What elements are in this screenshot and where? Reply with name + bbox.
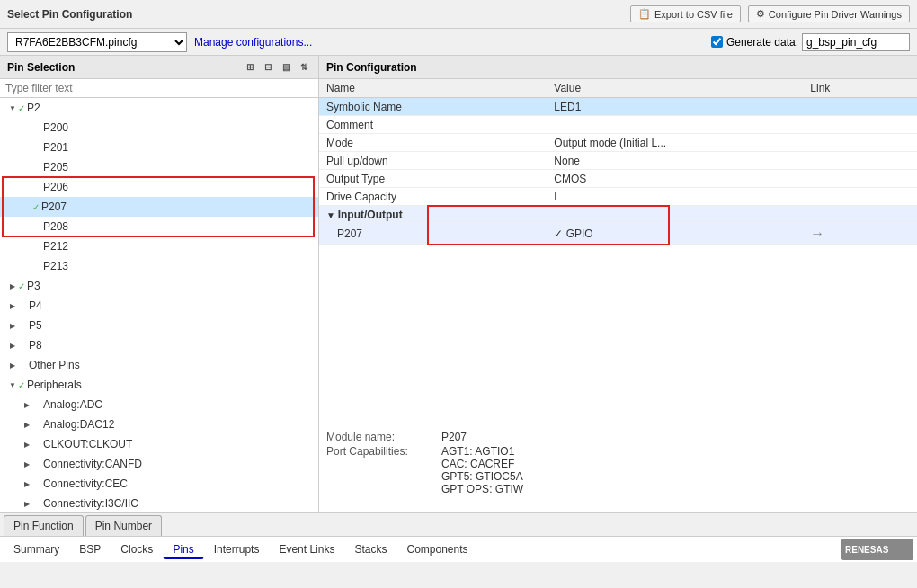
tree-item[interactable]: P213 [0, 256, 318, 276]
generate-data-input[interactable] [802, 33, 910, 51]
pin-selection-title: Pin Selection [7, 61, 75, 74]
tree-item-label: P208 [43, 220, 68, 233]
tab-pin-function[interactable]: Pin Function [4, 515, 84, 536]
tab-event-links[interactable]: Event Links [269, 540, 344, 558]
config-value-cell[interactable]: L [547, 188, 803, 206]
tree-expand-icon[interactable]: ▶ [22, 478, 32, 489]
capability-item: AGT1: AGTIO1 [441, 445, 523, 458]
tree-item-label: Other Pins [29, 359, 80, 371]
export-csv-button[interactable]: 📋 Export to CSV file [630, 5, 741, 22]
filter-icon[interactable]: ▤ [279, 60, 293, 75]
capability-item: GPT5: GTIOC5A [441, 470, 523, 483]
tree-item-label: Connectivity:CEC [43, 477, 128, 490]
tab-components[interactable]: Components [396, 540, 477, 558]
tree-item[interactable]: P212 [0, 236, 318, 256]
config-file-select[interactable]: R7FA6E2BB3CFM.pincfg [7, 32, 187, 52]
generate-data-group: Generate data: [711, 33, 910, 51]
tree-item[interactable]: P200 [0, 118, 318, 138]
panel-icon-group: ⊞ ⊟ ▤ ⇅ [243, 60, 311, 75]
config-name-cell: Pull up/down [319, 152, 547, 170]
tree-expand-icon[interactable]: ▶ [7, 281, 18, 291]
config-link-cell[interactable] [803, 134, 917, 152]
tree-item[interactable]: ▶Analog:DAC12 [0, 414, 318, 434]
config-link-cell[interactable] [803, 188, 917, 206]
config-link-cell[interactable]: → [803, 224, 917, 245]
tree-item[interactable]: P201 [0, 138, 318, 157]
tab-bsp[interactable]: BSP [69, 540, 111, 558]
tree-expand-icon[interactable]: ▶ [22, 498, 32, 509]
tree-item[interactable]: ▶Connectivity:I3C/IIC [0, 494, 318, 512]
module-capabilities-row: Port Capabilities: AGT1: AGTIO1CAC: CACR… [326, 445, 910, 495]
export-icon: 📋 [638, 8, 651, 20]
tree-expand-icon[interactable]: ▶ [7, 300, 18, 311]
tree-item[interactable]: ▼✓Peripherals [0, 375, 318, 395]
tree-expand-icon[interactable]: ▶ [22, 459, 32, 469]
tree-expand-icon[interactable]: ▶ [22, 419, 32, 430]
config-link-cell[interactable] [803, 170, 917, 188]
expand-all-icon[interactable]: ⊞ [243, 60, 257, 75]
tree-item[interactable]: ▶Connectivity:CEC [0, 474, 318, 494]
tree-item[interactable]: ▶CLKOUT:CLKOUT [0, 434, 318, 454]
tree-item[interactable]: ▶P8 [0, 335, 318, 355]
table-row[interactable]: Pull up/downNone [319, 152, 917, 170]
table-row[interactable]: P207✓ GPIO→ [319, 224, 917, 245]
tree-expand-icon[interactable]: ▶ [7, 360, 18, 370]
tree-item[interactable]: P206 [0, 177, 318, 197]
tab-clocks[interactable]: Clocks [111, 540, 163, 558]
generate-data-checkbox[interactable] [711, 36, 723, 48]
tree-item[interactable]: ▶✓P3 [0, 276, 318, 296]
manage-configurations-link[interactable]: Manage configurations... [194, 36, 312, 49]
table-row[interactable]: Drive CapacityL [319, 188, 917, 206]
tab-pin-number[interactable]: Pin Number [85, 515, 162, 536]
tab-pins[interactable]: Pins [163, 540, 203, 559]
config-value-cell[interactable]: LED1 [547, 98, 803, 116]
collapse-all-icon[interactable]: ⊟ [261, 60, 275, 75]
tab-stacks[interactable]: Stacks [344, 540, 396, 558]
tree-expand-icon[interactable]: ▼ [7, 379, 18, 390]
tree-item[interactable]: ▶P4 [0, 296, 318, 316]
tree-expand-icon[interactable]: ▶ [22, 439, 32, 450]
config-link-cell[interactable] [803, 98, 917, 116]
tree-item[interactable]: P208 [0, 217, 318, 236]
tree-expand-icon[interactable]: ▶ [7, 320, 18, 331]
config-name-cell: Output Type [319, 170, 547, 188]
sort-icon[interactable]: ⇅ [297, 60, 311, 75]
config-value-cell[interactable]: None [547, 152, 803, 170]
table-row[interactable]: ModeOutput mode (Initial L... [319, 134, 917, 152]
capability-item: CAC: CACREF [441, 458, 523, 470]
config-value-cell[interactable] [547, 116, 803, 134]
config-name-cell: Comment [319, 116, 547, 134]
tree-item[interactable]: ▼✓P2 [0, 98, 318, 118]
config-value-cell[interactable]: CMOS [547, 170, 803, 188]
tree-item-label: P8 [29, 339, 42, 352]
config-value-cell[interactable]: Output mode (Initial L... [547, 134, 803, 152]
module-name-value: P207 [441, 431, 467, 443]
top-toolbar: Select Pin Configuration 📋 Export to CSV… [0, 0, 917, 29]
table-row[interactable]: Symbolic NameLED1 [319, 98, 917, 116]
pin-filter-input[interactable] [0, 79, 318, 98]
table-row[interactable]: Output TypeCMOS [319, 170, 917, 188]
config-name-cell: Symbolic Name [319, 98, 547, 116]
configure-warnings-button[interactable]: ⚙ Configure Pin Driver Warnings [748, 5, 910, 22]
tree-item[interactable]: ▶Connectivity:CANFD [0, 454, 318, 474]
tab-interrupts[interactable]: Interrupts [204, 540, 270, 558]
table-row[interactable]: Comment [319, 116, 917, 134]
tree-item-label: P200 [43, 121, 68, 134]
tree-item-label: P4 [29, 299, 42, 312]
table-row[interactable]: ▼ Input/Output [319, 206, 917, 224]
tree-item[interactable]: ▶Analog:ADC [0, 395, 318, 414]
pin-configuration-header: Pin Configuration [319, 56, 917, 79]
tree-expand-icon[interactable]: ▶ [22, 399, 32, 410]
tree-item[interactable]: ▶Other Pins [0, 355, 318, 375]
tree-item[interactable]: P205 [0, 157, 318, 177]
tree-item[interactable]: ▶P5 [0, 316, 318, 335]
tree-item[interactable]: ✓P207 [0, 197, 318, 217]
tree-item-label: Analog:ADC [43, 398, 102, 411]
config-value-cell[interactable]: ✓ GPIO [547, 224, 803, 245]
tree-expand-icon[interactable]: ▼ [7, 102, 18, 113]
config-link-cell[interactable] [803, 116, 917, 134]
tab-summary[interactable]: Summary [4, 540, 69, 558]
window-title: Select Pin Configuration [7, 8, 630, 21]
tree-expand-icon[interactable]: ▶ [7, 340, 18, 351]
config-link-cell[interactable] [803, 152, 917, 170]
